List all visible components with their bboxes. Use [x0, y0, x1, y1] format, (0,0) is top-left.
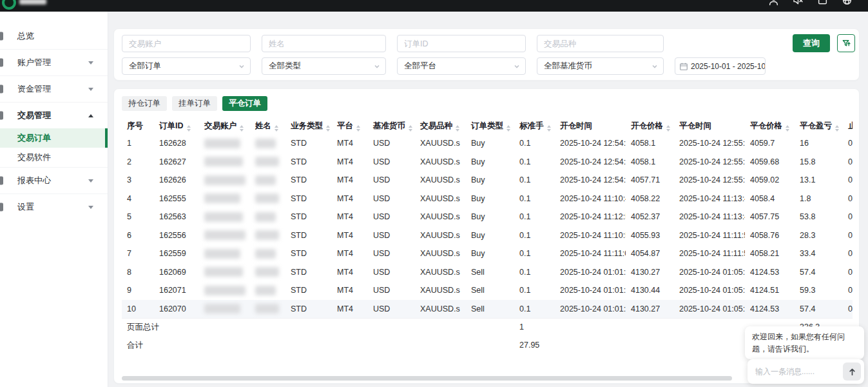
cell-biz-type: STD [285, 300, 332, 319]
column-header-profit[interactable]: 平仓盈亏 [795, 117, 843, 134]
blurred-name-value [255, 212, 276, 222]
order-type-select[interactable]: 全部类型 [262, 57, 386, 75]
column-header-lots[interactable]: 标准手 [514, 117, 555, 134]
blurred-account-value [204, 304, 240, 313]
cell-close-price: 4059.7 [745, 134, 795, 153]
cell-close-price: 4058.76 [745, 226, 795, 245]
symbol-filter-input[interactable] [537, 35, 664, 52]
cell-order-id: 162559 [154, 244, 199, 263]
tab-pending-orders[interactable]: 挂单订单 [172, 96, 217, 111]
cell-symbol: XAUUSD.s [415, 153, 466, 172]
cell-base-currency: USD [368, 153, 415, 172]
order-status-select[interactable]: 全部订单 [122, 57, 251, 75]
globe-icon[interactable] [842, 0, 853, 8]
search-button[interactable]: 查询 [793, 34, 830, 52]
horizontal-scrollbar[interactable] [122, 376, 732, 381]
name-filter-input[interactable] [262, 35, 386, 52]
cell-platform: MT4 [332, 134, 368, 153]
sidebar-item-trade-software[interactable]: 交易软件 [0, 148, 108, 167]
column-header-order-type[interactable]: 订单类型 [466, 117, 514, 134]
chat-message-input[interactable] [755, 367, 843, 376]
column-header-biz-type[interactable]: 业务类型 [285, 117, 332, 134]
cell-sl: 0 [843, 134, 853, 153]
fullscreen-icon[interactable] [817, 0, 828, 8]
filter-panel: 全部订单 全部类型 全部平台 全部基准货币 2025-10-01 - 2025-… [113, 28, 860, 81]
cell-order-type: Buy [466, 226, 514, 245]
orders-table: 序号订单ID交易账户姓名业务类型平台基准货币交易品种订单类型标准手开仓时间开仓价… [122, 117, 853, 354]
selected-value: 全部基准货币 [544, 61, 592, 72]
column-header-platform[interactable]: 平台 [332, 117, 368, 134]
blurred-name-value [255, 175, 276, 185]
cell-open-time: 2025-10-24 11:12:54 [555, 208, 626, 226]
user-icon[interactable] [768, 0, 779, 8]
cell-platform: MT4 [332, 226, 368, 245]
cell-open-time: 2025-10-24 11:10:52 [555, 226, 626, 245]
blurred-name-value [255, 157, 279, 166]
table-row: 10162070STDMT4USDXAUUSD.sSell0.12025-10-… [122, 300, 853, 319]
summary-lots: 1 [514, 318, 555, 336]
sidebar-item-icon [0, 85, 3, 94]
tab-closed-orders[interactable]: 平仓订单 [222, 96, 267, 111]
cell-open-price: 4058.22 [626, 190, 674, 208]
sort-caret-icon[interactable] [240, 125, 244, 132]
column-label: 序号 [127, 121, 143, 130]
cell-profit: 59.3 [795, 281, 843, 300]
sort-caret-icon[interactable] [786, 125, 789, 132]
sidebar-item-icon [0, 32, 3, 41]
cell-close-time: 2025-10-24 01:05:34 [674, 300, 745, 319]
filter-collapse-button[interactable] [837, 34, 855, 52]
sort-caret-icon[interactable] [835, 125, 839, 132]
sidebar-item-report-center[interactable]: 报表中心 [0, 168, 108, 194]
sidebar: 总览 账户管理 资金管理 交易管理 交易订单 交易软件 [0, 12, 108, 387]
column-header-open-price[interactable]: 开仓价格 [626, 117, 674, 134]
chevron-down-icon [514, 63, 520, 70]
cell-order-type: Sell [466, 263, 514, 282]
column-header-symbol[interactable]: 交易品种 [415, 117, 466, 134]
sidebar-item-trade-management[interactable]: 交易管理 [0, 103, 108, 128]
date-range-picker[interactable]: 2025-10-01 - 2025-10-28 [675, 57, 766, 75]
chat-input-bar [747, 359, 864, 384]
column-header-account[interactable]: 交易账户 [199, 117, 250, 134]
audio-muted-icon[interactable] [793, 0, 804, 8]
cell-name [250, 171, 285, 190]
column-header-order-id[interactable]: 订单ID [154, 117, 199, 134]
cell-close-price: 4124.53 [745, 300, 795, 319]
column-header-close-price[interactable]: 平仓价格 [745, 117, 795, 134]
cell-lots: 0.1 [514, 134, 555, 153]
cell-lots: 0.1 [514, 208, 555, 226]
cell-account [199, 281, 250, 300]
sidebar-item-account-management[interactable]: 账户管理 [0, 50, 108, 75]
chevron-down-icon [88, 206, 93, 209]
order-id-filter-input[interactable] [397, 35, 526, 52]
platform-select[interactable]: 全部平台 [397, 57, 526, 75]
chevron-up-icon [88, 114, 93, 117]
tab-position-orders[interactable]: 持仓订单 [122, 96, 167, 111]
sort-caret-icon[interactable] [547, 125, 551, 132]
column-label: 基准货币 [373, 121, 405, 130]
sidebar-item-fund-management[interactable]: 资金管理 [0, 76, 108, 102]
column-header-name[interactable]: 姓名 [250, 117, 285, 134]
sort-caret-icon[interactable] [275, 125, 278, 132]
column-header-base-currency[interactable]: 基准货币 [368, 117, 415, 134]
blurred-account-value [204, 249, 240, 259]
base-currency-select[interactable]: 全部基准货币 [537, 57, 664, 75]
sort-caret-icon[interactable] [356, 125, 360, 132]
summary-empty-cell [626, 318, 674, 336]
sidebar-item-settings[interactable]: 设置 [0, 194, 108, 220]
cell-no: 10 [122, 300, 154, 319]
account-filter-input[interactable] [122, 35, 251, 52]
chevron-down-icon [374, 63, 380, 70]
chat-send-button[interactable] [843, 362, 861, 381]
cell-lots: 0.1 [514, 281, 555, 300]
sidebar-item-trade-orders[interactable]: 交易订单 [0, 128, 108, 148]
sort-caret-icon[interactable] [409, 125, 412, 132]
cell-close-price: 4059.68 [745, 153, 795, 172]
sort-caret-icon[interactable] [326, 125, 330, 132]
sort-caret-icon[interactable] [187, 125, 191, 132]
sort-caret-icon[interactable] [506, 125, 510, 132]
sidebar-item-overview[interactable]: 总览 [0, 23, 108, 49]
column-header-sl: 止 [843, 117, 853, 134]
sort-caret-icon[interactable] [666, 125, 670, 132]
sort-caret-icon[interactable] [456, 125, 459, 132]
column-label: 交易品种 [420, 121, 452, 130]
